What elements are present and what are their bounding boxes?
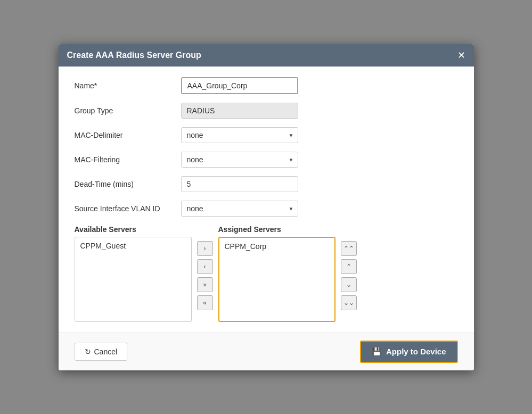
- dialog-title: Create AAA Radius Server Group: [67, 51, 201, 60]
- list-item[interactable]: CPPM_Corp: [223, 241, 331, 252]
- servers-row: Available Servers CPPM_Guest › ‹ » « Ass…: [75, 225, 458, 322]
- group-type-row: Group Type: [75, 103, 458, 119]
- floppy-disk-icon: 💾: [372, 347, 382, 357]
- dead-time-input[interactable]: [181, 176, 298, 192]
- create-aaa-dialog: Create AAA Radius Server Group ✕ Name* G…: [59, 44, 474, 370]
- source-interface-wrapper: none ▼: [181, 201, 298, 217]
- dialog-body: Name* Group Type MAC-Delimiter none ▼ MA…: [59, 67, 474, 333]
- available-servers-list[interactable]: CPPM_Guest: [75, 237, 192, 322]
- name-row: Name*: [75, 77, 458, 94]
- source-interface-select[interactable]: none: [181, 201, 298, 217]
- name-input[interactable]: [181, 77, 298, 94]
- assigned-servers-label: Assigned Servers: [218, 225, 335, 234]
- mac-delimiter-label: MAC-Delimiter: [75, 131, 181, 139]
- cancel-button[interactable]: ↻ Cancel: [75, 343, 128, 361]
- dead-time-label: Dead-Time (mins): [75, 180, 181, 188]
- remove-all-button[interactable]: «: [197, 295, 213, 310]
- mac-delimiter-row: MAC-Delimiter none ▼: [75, 127, 458, 143]
- order-buttons: ⌃⌃ ⌃ ⌄ ⌄⌄: [341, 241, 357, 310]
- list-item[interactable]: CPPM_Guest: [78, 241, 188, 251]
- assigned-servers-list[interactable]: CPPM_Corp: [218, 237, 335, 322]
- move-down-button[interactable]: ⌄: [341, 277, 357, 292]
- apply-label: Apply to Device: [386, 347, 446, 356]
- mac-filtering-row: MAC-Filtering none ▼: [75, 152, 458, 168]
- dialog-header: Create AAA Radius Server Group ✕: [59, 44, 474, 67]
- transfer-buttons: › ‹ » «: [197, 241, 213, 310]
- remove-one-button[interactable]: ‹: [197, 259, 213, 274]
- name-label: Name*: [75, 81, 181, 90]
- apply-button[interactable]: 💾 Apply to Device: [360, 341, 458, 363]
- dialog-footer: ↻ Cancel 💾 Apply to Device: [59, 333, 474, 370]
- mac-delimiter-wrapper: none ▼: [181, 127, 298, 143]
- mac-filtering-label: MAC-Filtering: [75, 155, 181, 164]
- mac-delimiter-select[interactable]: none: [181, 127, 298, 143]
- group-type-input: [181, 103, 298, 119]
- available-servers-label: Available Servers: [75, 225, 192, 234]
- move-up-button[interactable]: ⌃: [341, 259, 357, 274]
- close-button[interactable]: ✕: [457, 51, 465, 60]
- group-type-label: Group Type: [75, 106, 181, 115]
- mac-filtering-wrapper: none ▼: [181, 152, 298, 168]
- move-bottom-button[interactable]: ⌄⌄: [341, 295, 357, 310]
- available-servers-column: Available Servers CPPM_Guest: [75, 225, 192, 322]
- dead-time-row: Dead-Time (mins): [75, 176, 458, 192]
- source-interface-row: Source Interface VLAN ID none ▼: [75, 201, 458, 217]
- cancel-icon: ↻: [85, 347, 91, 356]
- add-all-button[interactable]: »: [197, 277, 213, 292]
- assigned-servers-column: Assigned Servers CPPM_Corp: [218, 225, 335, 322]
- cancel-label: Cancel: [94, 347, 118, 356]
- mac-filtering-select[interactable]: none: [181, 152, 298, 168]
- move-top-button[interactable]: ⌃⌃: [341, 241, 357, 256]
- source-interface-label: Source Interface VLAN ID: [75, 204, 181, 213]
- servers-section: Available Servers CPPM_Guest › ‹ » « Ass…: [75, 225, 458, 322]
- add-one-button[interactable]: ›: [197, 241, 213, 256]
